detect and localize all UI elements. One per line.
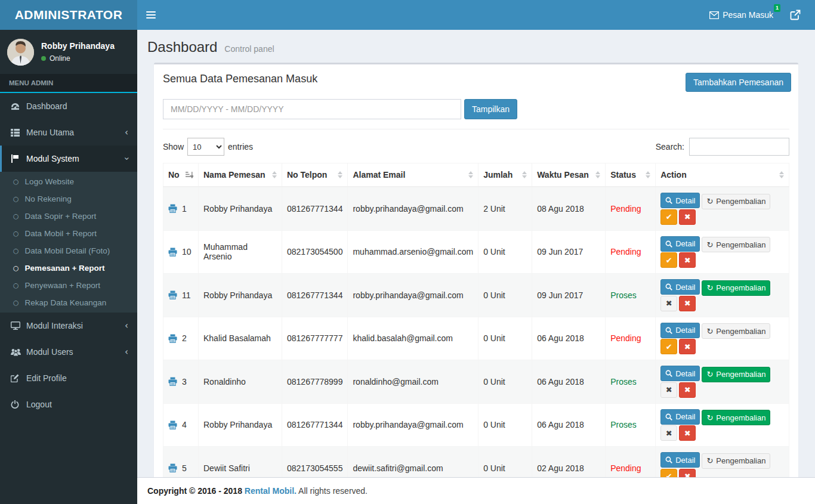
cell-phone: 081267771344 — [282, 274, 348, 317]
cell-date: 06 Agu 2018 — [532, 360, 606, 404]
delete-button[interactable]: ✖ — [679, 252, 696, 268]
date-range-input[interactable] — [163, 99, 461, 119]
search-icon — [665, 370, 672, 377]
column-header-waktu-pesan[interactable]: Waktu Pesan — [532, 163, 606, 187]
print-icon[interactable] — [168, 248, 177, 256]
column-header-jumlah[interactable]: Jumlah — [478, 163, 532, 187]
print-icon[interactable] — [168, 204, 177, 213]
print-icon[interactable] — [168, 377, 177, 386]
row-number: 10 — [182, 247, 192, 256]
submenu-item[interactable]: ○Data Mobil + Report — [0, 225, 137, 242]
delete-button[interactable]: ✖ — [679, 296, 696, 311]
delete-button[interactable]: ✖ — [679, 209, 696, 225]
sidebar-item-modul-interaksi[interactable]: Modul Interaksi‹ — [0, 313, 137, 339]
cell-status: Pending — [606, 317, 656, 360]
column-header-alamat-email[interactable]: Alamat Email — [348, 163, 478, 187]
print-icon[interactable] — [168, 463, 177, 472]
delete-button[interactable]: ✖ — [679, 425, 696, 441]
sidebar-item-dashboard[interactable]: Dashboard — [0, 93, 137, 119]
row-number: 2 — [182, 333, 187, 343]
cell-name: Muhammad Arsenio — [199, 230, 282, 274]
submenu-item[interactable]: ○Logo Website — [0, 173, 137, 190]
row-number: 4 — [182, 420, 187, 429]
cancel-process-button[interactable]: ✖ — [660, 296, 677, 311]
page-length-select[interactable]: 10 — [187, 138, 224, 156]
approve-button[interactable]: ✔ — [660, 252, 677, 268]
sidebar-item-label: Modul Interaksi — [26, 321, 83, 330]
sort-icon — [646, 169, 650, 181]
column-label: Waktu Pesan — [537, 170, 589, 180]
column-header-no[interactable]: No — [163, 163, 199, 187]
submenu-item[interactable]: ○Data Mobil Detail (Foto) — [0, 242, 137, 259]
cell-action: Detail↻Pengembalian✔✖ — [656, 187, 789, 230]
column-label: Nama Pemesan — [203, 170, 266, 180]
detail-button[interactable]: Detail — [660, 409, 700, 425]
column-header-status[interactable]: Status — [606, 163, 656, 187]
status-badge: Pending — [610, 463, 641, 473]
delete-button[interactable]: ✖ — [679, 339, 696, 354]
cancel-process-button[interactable]: ✖ — [660, 425, 677, 441]
detail-button[interactable]: Detail — [660, 193, 700, 208]
print-icon[interactable] — [168, 420, 177, 429]
search-input[interactable] — [689, 138, 789, 156]
detail-button[interactable]: Detail — [660, 452, 700, 468]
refresh-icon: ↻ — [706, 240, 713, 249]
status-badge: Pending — [610, 204, 641, 214]
print-icon[interactable] — [168, 290, 177, 299]
messages-label: Pesan Masuk — [723, 10, 773, 20]
delete-button[interactable]: ✖ — [679, 382, 696, 398]
submenu-item[interactable]: ○No Rekening — [0, 190, 137, 208]
column-header-nama-pemesan[interactable]: Nama Pemesan — [199, 163, 282, 187]
flag-icon — [11, 154, 26, 163]
sidebar-toggle-icon[interactable] — [137, 0, 164, 30]
footer-brand-link[interactable]: Rental Mobil. — [245, 486, 297, 496]
user-status[interactable]: Online — [41, 54, 115, 63]
column-header-no-telpon[interactable]: No Telpon — [282, 163, 348, 187]
pengembalian-button[interactable]: ↻Pengembalian — [702, 453, 770, 469]
pengembalian-button[interactable]: ↻Pengembalian — [702, 237, 770, 252]
approve-button[interactable]: ✔ — [660, 209, 677, 225]
column-header-action[interactable]: Action — [656, 163, 789, 187]
search-icon — [665, 456, 672, 463]
search-control: Search: — [656, 138, 789, 156]
sidebar-item-menu-utama[interactable]: Menu Utama‹ — [0, 119, 137, 146]
submenu-item[interactable]: ○Penyewaan + Report — [0, 277, 137, 294]
submenu-item[interactable]: ○Data Sopir + Report — [0, 208, 137, 225]
sidebar-item-modul-users[interactable]: Modul Users‹ — [0, 339, 137, 365]
cell-action: Detail↻Pengembalian✖✖ — [656, 360, 789, 404]
sidebar-item-modul-system[interactable]: Modul System‹ — [0, 146, 137, 172]
sidebar-item-logout[interactable]: Logout — [0, 391, 137, 418]
add-order-button[interactable]: Tambahkan Pemesanan — [686, 73, 791, 92]
approve-button[interactable]: ✔ — [660, 339, 677, 354]
top-navbar: Pesan Masuk 1 — [137, 0, 815, 30]
refresh-icon: ↻ — [706, 327, 713, 336]
pengembalian-button[interactable]: ↻Pengembalian — [702, 367, 770, 382]
cell-phone: 081267771344 — [282, 403, 348, 447]
cell-name: Ronaldinho — [199, 360, 282, 404]
sort-icon — [522, 169, 527, 181]
detail-button[interactable]: Detail — [660, 323, 700, 338]
cancel-process-button[interactable]: ✖ — [660, 382, 677, 398]
sidebar-item-edit-profile[interactable]: Edit Profile — [0, 365, 137, 391]
brand-logo[interactable]: ADMINISTRATOR — [0, 0, 137, 30]
print-icon[interactable] — [168, 334, 177, 343]
messages-menu[interactable]: Pesan Masuk 1 — [701, 0, 782, 30]
pengembalian-button[interactable]: ↻Pengembalian — [702, 194, 770, 209]
power-icon — [11, 400, 26, 409]
submenu-item[interactable]: ○Rekap Data Keuangan — [0, 294, 137, 311]
page-title: Dashboard — [147, 39, 217, 55]
pengembalian-button[interactable]: ↻Pengembalian — [702, 280, 770, 296]
show-filter-button[interactable]: Tampilkan — [464, 99, 517, 119]
cell-status: Proses — [606, 274, 656, 317]
detail-button[interactable]: Detail — [660, 236, 700, 252]
detail-button[interactable]: Detail — [660, 366, 700, 381]
share-square-icon[interactable] — [782, 0, 809, 30]
pengembalian-button[interactable]: ↻Pengembalian — [702, 323, 770, 339]
submenu-item[interactable]: ○Pemesanan + Report — [0, 259, 137, 277]
search-icon — [665, 240, 672, 248]
submenu-item-label: No Rekening — [25, 194, 72, 203]
pengembalian-button[interactable]: ↻Pengembalian — [702, 410, 770, 425]
table-head: NoNama PemesanNo TelponAlamat EmailJumla… — [163, 163, 789, 187]
detail-button[interactable]: Detail — [660, 279, 700, 295]
cell-name: Khalid Basalamah — [199, 317, 282, 360]
